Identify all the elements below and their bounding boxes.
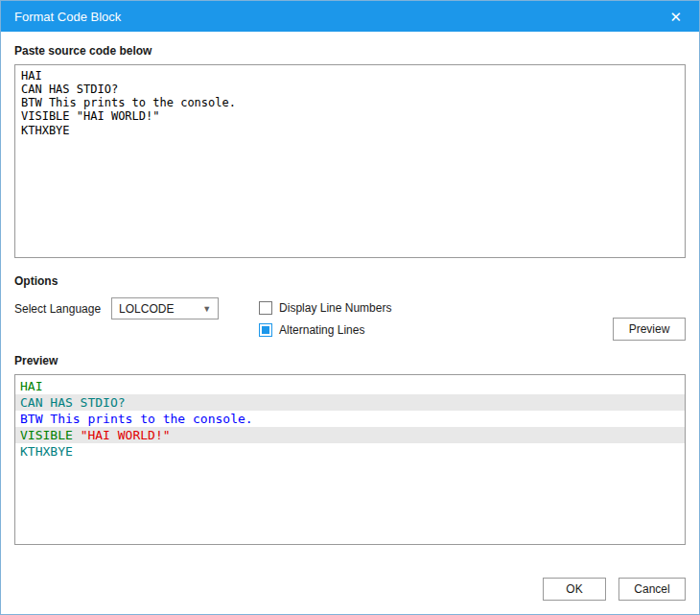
- preview-code-segment: BTW This prints to the console.: [20, 412, 253, 426]
- preview-code-segment: CAN HAS STDIO?: [20, 395, 126, 410]
- display-line-numbers-option[interactable]: Display Line Numbers: [259, 301, 391, 315]
- display-line-numbers-label: Display Line Numbers: [279, 301, 391, 315]
- preview-line: CAN HAS STDIO?: [15, 394, 685, 411]
- checkbox-group: Display Line Numbers Alternating Lines: [259, 297, 391, 337]
- preview-line: BTW This prints to the console.: [15, 411, 685, 427]
- language-dropdown-value: LOLCODE: [119, 302, 174, 316]
- alternating-lines-label: Alternating Lines: [279, 323, 364, 337]
- display-line-numbers-checkbox[interactable]: [259, 301, 272, 315]
- options-row: Select Language LOLCODE ▼ Display Line N…: [14, 297, 686, 341]
- preview-code-segment: HAI: [20, 379, 42, 393]
- close-icon[interactable]: ✕: [665, 8, 686, 26]
- preview-label: Preview: [14, 354, 686, 367]
- preview-code-segment: KTHXBYE: [20, 444, 73, 459]
- options-label: Options: [14, 274, 686, 288]
- preview-line: KTHXBYE: [15, 443, 685, 460]
- preview-button[interactable]: Preview: [613, 318, 686, 341]
- dialog-titlebar: Format Code Block ✕: [1, 1, 699, 32]
- dialog-title: Format Code Block: [14, 10, 665, 24]
- alternating-lines-option[interactable]: Alternating Lines: [259, 323, 391, 337]
- format-code-block-dialog: Format Code Block ✕ Paste source code be…: [0, 0, 700, 615]
- alternating-lines-checkbox[interactable]: [259, 323, 272, 337]
- dialog-footer: OK Cancel: [14, 578, 686, 601]
- preview-box: HAICAN HAS STDIO?BTW This prints to the …: [14, 374, 686, 545]
- source-code-label: Paste source code below: [14, 44, 686, 58]
- chevron-down-icon: ▼: [202, 304, 211, 314]
- preview-code-segment: "HAI WORLD!": [81, 428, 171, 442]
- preview-code-segment: VISIBLE: [20, 428, 81, 442]
- preview-line: VISIBLE "HAI WORLD!": [15, 427, 685, 443]
- cancel-button[interactable]: Cancel: [618, 578, 686, 601]
- select-language-label: Select Language: [14, 297, 101, 316]
- dialog-body: Paste source code below HAI CAN HAS STDI…: [1, 32, 699, 614]
- preview-line: HAI: [15, 378, 685, 394]
- ok-button[interactable]: OK: [543, 578, 606, 601]
- source-code-input[interactable]: HAI CAN HAS STDIO? BTW This prints to th…: [14, 64, 686, 258]
- language-dropdown[interactable]: LOLCODE ▼: [111, 297, 219, 319]
